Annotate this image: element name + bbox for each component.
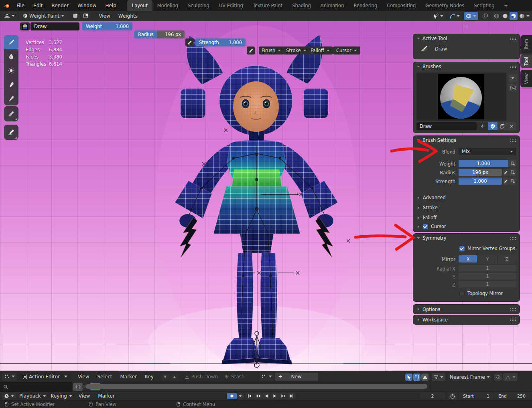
strength-pressure-button[interactable] bbox=[247, 46, 255, 55]
active-tool-panel-header[interactable]: Active Tool bbox=[413, 34, 520, 43]
panel-drag-handle[interactable] bbox=[510, 37, 516, 40]
blender-logo-icon[interactable] bbox=[3, 2, 10, 9]
previous-keyframe-button[interactable] bbox=[254, 393, 262, 399]
radius-animate-button[interactable] bbox=[509, 169, 516, 176]
show-overlays-toggle[interactable] bbox=[464, 12, 478, 20]
symmetry-x-button[interactable]: X bbox=[459, 255, 477, 263]
dopesheet-menu-select[interactable]: Select bbox=[93, 374, 116, 380]
tool-smear[interactable] bbox=[4, 77, 18, 91]
stroke-popover[interactable]: Stroke bbox=[283, 46, 310, 55]
show-gizmo-visibility-button[interactable] bbox=[431, 12, 445, 20]
radial-x-field[interactable]: 1 bbox=[459, 265, 516, 271]
topology-mirror-row[interactable]: Topology Mirror bbox=[459, 291, 503, 296]
menu-view[interactable]: View bbox=[95, 13, 114, 19]
action-datablock-button[interactable] bbox=[259, 373, 274, 381]
sidebar-tab-view[interactable]: View bbox=[520, 70, 532, 87]
new-action-button[interactable]: + New bbox=[275, 373, 318, 381]
menu-edit[interactable]: Edit bbox=[29, 0, 47, 11]
tab-shading[interactable]: Shading bbox=[287, 0, 316, 11]
stash-button[interactable]: Stash bbox=[224, 374, 245, 380]
shading-dropdown-chevron[interactable] bbox=[526, 15, 530, 17]
brush-settings-panel-header[interactable]: Brush Settings bbox=[413, 136, 520, 145]
move-up-button[interactable]: ▲ bbox=[170, 373, 179, 380]
horizontal-scrollbar[interactable] bbox=[85, 384, 427, 389]
only-show-errors-button[interactable] bbox=[421, 374, 428, 381]
mode-selector[interactable]: Weight Paint bbox=[19, 12, 67, 20]
tab-animation[interactable]: Animation bbox=[316, 0, 349, 11]
falloff-popover[interactable]: Falloff bbox=[307, 46, 333, 55]
radial-y-field[interactable]: 1 bbox=[459, 273, 516, 279]
menu-help[interactable]: Help bbox=[101, 0, 120, 11]
dopesheet-editor-type-button[interactable] bbox=[2, 373, 17, 381]
add-workspace-button[interactable]: + bbox=[499, 0, 513, 11]
strength-slider[interactable]: Strength1.000 bbox=[195, 38, 246, 46]
brush-name-field[interactable]: Draw bbox=[416, 122, 477, 130]
tool-gradient[interactable] bbox=[4, 91, 18, 105]
subpanel-stroke[interactable]: Stroke bbox=[417, 205, 438, 210]
radius-pressure-button[interactable] bbox=[185, 38, 193, 46]
jump-to-start-button[interactable] bbox=[246, 393, 254, 399]
subpanel-cursor[interactable]: Cursor bbox=[417, 224, 446, 229]
paint-mask-face-toggle[interactable] bbox=[71, 12, 80, 20]
brush-select-chevron[interactable] bbox=[509, 74, 517, 82]
brush-popover[interactable]: Brush bbox=[259, 46, 284, 55]
tab-compositing[interactable]: Compositing bbox=[382, 0, 420, 11]
radius-slider[interactable]: Radius196 px bbox=[134, 30, 185, 38]
expand-channels-button[interactable] bbox=[73, 383, 83, 391]
panel-drag-handle[interactable] bbox=[510, 65, 516, 68]
symmetry-y-button[interactable]: Y bbox=[477, 255, 497, 263]
subpanel-falloff[interactable]: Falloff bbox=[417, 215, 437, 220]
tool-draw-brush[interactable] bbox=[4, 35, 18, 49]
dopesheet-menu-marker[interactable]: Marker bbox=[116, 374, 141, 380]
weight-animate-button[interactable] bbox=[509, 160, 516, 167]
menu-render[interactable]: Render bbox=[47, 0, 73, 11]
timeline-editor-type-button[interactable] bbox=[2, 393, 16, 399]
3d-viewport[interactable]: Vertices3,527 Edges6,884 Faces3,380 Tria… bbox=[0, 21, 532, 371]
current-frame-field[interactable]: 2 bbox=[420, 393, 445, 399]
frame-end-field[interactable]: End250 bbox=[494, 393, 530, 399]
brush-preview-image[interactable] bbox=[438, 74, 484, 119]
snap-dropdown[interactable]: Nearest Frame bbox=[448, 373, 492, 381]
paint-mask-vertex-toggle[interactable] bbox=[81, 12, 91, 20]
radius-slider[interactable]: 196 px bbox=[459, 169, 502, 176]
weight-slider[interactable]: 1.000 bbox=[459, 160, 508, 167]
subpanel-advanced[interactable]: Advanced bbox=[417, 195, 446, 200]
box-select-button[interactable] bbox=[413, 374, 420, 381]
mirror-vertex-groups-checkbox[interactable] bbox=[459, 246, 465, 251]
use-preview-range-button[interactable] bbox=[448, 393, 457, 399]
tab-scripting[interactable]: Scripting bbox=[469, 0, 499, 11]
shading-solid-button[interactable] bbox=[501, 13, 509, 19]
unlink-brush-button[interactable]: × bbox=[507, 122, 516, 130]
fake-user-button[interactable] bbox=[488, 122, 497, 130]
sidebar-tab-item[interactable]: Item bbox=[520, 35, 532, 53]
strength-slider[interactable]: 1.000 bbox=[459, 178, 502, 185]
sidebar-tab-tool[interactable]: Tool bbox=[520, 55, 532, 68]
brush-image-button[interactable] bbox=[509, 84, 517, 92]
options-panel-header[interactable]: Options bbox=[413, 305, 520, 314]
proportional-falloff-dropdown[interactable] bbox=[503, 373, 518, 381]
weight-slider[interactable]: Weight1.000 bbox=[82, 22, 132, 30]
radius-pressure-button[interactable] bbox=[503, 169, 509, 176]
dopesheet-menu-key[interactable]: Key bbox=[141, 374, 158, 380]
panel-drag-handle[interactable] bbox=[510, 139, 516, 142]
filter-button[interactable] bbox=[432, 373, 445, 381]
editor-type-button[interactable] bbox=[2, 12, 17, 20]
auto-keying-dropdown[interactable] bbox=[237, 393, 244, 399]
shading-rendered-button[interactable] bbox=[518, 13, 526, 19]
tool-sample-weight[interactable] bbox=[4, 106, 18, 121]
keying-menu[interactable]: Keying bbox=[51, 393, 72, 399]
shading-wireframe-button[interactable] bbox=[493, 13, 501, 19]
tweak-select-button[interactable] bbox=[405, 374, 412, 381]
tool-annotate[interactable] bbox=[4, 125, 18, 140]
channel-search-field[interactable] bbox=[0, 382, 72, 392]
blend-dropdown[interactable]: Mix bbox=[459, 148, 516, 155]
panel-drag-handle[interactable] bbox=[510, 318, 516, 321]
radial-z-field[interactable]: 1 bbox=[459, 281, 516, 287]
tab-layout[interactable]: Layout bbox=[127, 0, 152, 11]
tab-texture-paint[interactable]: Texture Paint bbox=[248, 0, 287, 11]
menu-window[interactable]: Window bbox=[73, 0, 101, 11]
auto-keying-button[interactable] bbox=[227, 393, 237, 399]
tool-average[interactable] bbox=[4, 63, 18, 77]
cursor-checkbox[interactable] bbox=[423, 224, 428, 229]
cursor-popover[interactable]: Cursor bbox=[333, 46, 360, 55]
